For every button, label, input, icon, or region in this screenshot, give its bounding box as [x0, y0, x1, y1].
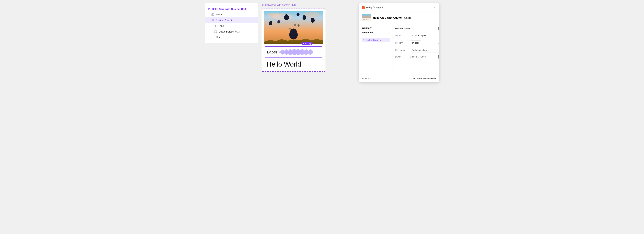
share-label: Share with developer	[416, 77, 437, 80]
canvas-frame: Label 216 × Hug Hello World	[262, 8, 325, 72]
wave-bar	[301, 50, 302, 55]
wave-bar	[311, 50, 312, 54]
relay-app-name: Relay for Figma	[366, 6, 383, 9]
property-field-row: Property children	[395, 40, 440, 45]
param-name-header: customGraphic	[395, 27, 411, 30]
description-input[interactable]	[410, 48, 440, 52]
wave-bar	[305, 50, 306, 55]
wave-bar	[295, 50, 296, 55]
property-select-wrapper: children	[410, 40, 440, 45]
layer-title[interactable]: T Title	[204, 34, 258, 40]
layers-panel: ❖ Hello Card with Custom Child Image	[204, 3, 258, 43]
image-still-icon	[214, 30, 217, 33]
canvas-panel: ❖ Hello Card with Custom Child	[262, 3, 356, 72]
canvas-image	[264, 11, 323, 44]
handle-bl	[264, 57, 265, 58]
wave-bar	[309, 50, 310, 54]
layer-custom-graphic-still-label: Custom Graphic Still	[219, 30, 240, 33]
description-field-row: Description	[395, 48, 440, 52]
layer-root[interactable]: ❖ Hello Card with Custom Child	[204, 6, 258, 12]
layer-image[interactable]: Image	[204, 12, 258, 18]
wave-bar	[285, 50, 286, 54]
sky-background	[264, 11, 323, 44]
wave-bar	[312, 51, 313, 54]
close-button[interactable]: ×	[433, 5, 437, 10]
component-name: Hello Card with Custom Child	[373, 16, 433, 19]
handle-tl	[264, 46, 265, 48]
relay-logo-icon	[362, 6, 365, 9]
svg-rect-5	[213, 20, 214, 21]
add-parameter-button[interactable]: +	[388, 32, 390, 35]
wave-bar	[303, 50, 304, 54]
svg-point-8	[215, 31, 215, 32]
layer-title-label: Title	[216, 36, 220, 39]
layer-target-button[interactable]	[438, 55, 440, 59]
param-item-label: customGraphic	[366, 39, 380, 41]
wave-bar	[279, 52, 280, 53]
property-select[interactable]: children	[410, 40, 421, 45]
param-item-custom-graphic[interactable]: ↳ customGraphic	[362, 38, 390, 42]
relay-body: Summary Parameters + ↳ customGraphic cus…	[359, 24, 440, 74]
wave-bar	[281, 50, 282, 54]
wave-bar	[293, 49, 294, 55]
share-icon	[412, 77, 415, 80]
share-button[interactable]: Share with developer	[412, 77, 437, 80]
delete-parameter-button[interactable]	[438, 27, 440, 30]
wave-bar	[304, 50, 305, 54]
canvas-frame-title: ❖ Hello Card with Custom Child	[262, 3, 296, 6]
wave-bar	[302, 49, 303, 55]
wave-bar	[287, 50, 288, 54]
handle-br	[322, 57, 323, 58]
canvas-title-text: Hello Card with Custom Child	[265, 4, 296, 6]
wave-bar	[280, 51, 280, 53]
relay-left-column: Summary Parameters + ↳ customGraphic	[359, 24, 392, 74]
wave-bar	[283, 50, 284, 54]
name-field-row: Name	[395, 33, 440, 38]
label-text: Label	[267, 50, 277, 54]
name-input[interactable]	[410, 33, 440, 38]
svg-rect-0	[212, 14, 214, 16]
image-icon	[211, 13, 214, 16]
layer-label-label: Label	[219, 25, 224, 27]
layer-root-label: Hello Card with Custom Child	[212, 8, 247, 10]
wave-bar	[310, 50, 311, 55]
svg-rect-7	[214, 31, 217, 33]
svg-point-15	[414, 77, 415, 78]
svg-line-18	[414, 78, 414, 78]
layer-custom-graphic[interactable]: Custom Graphic	[204, 18, 258, 23]
parameters-label: Parameters	[362, 31, 374, 34]
wave-bar	[289, 50, 290, 55]
more-button[interactable]: ⋮	[433, 16, 437, 20]
component-header: Hello World Hello Card with Custom Child…	[359, 12, 440, 24]
svg-line-19	[414, 78, 414, 78]
no-errors-text: No errors	[362, 77, 371, 80]
layer-label: Layer	[395, 56, 408, 58]
relay-title: Relay for Figma	[362, 6, 383, 9]
layer-custom-graphic-still[interactable]: Custom Graphic Still	[204, 29, 258, 34]
component-info: Hello Card with Custom Child	[373, 16, 433, 19]
waveform	[279, 49, 320, 56]
summary-label: Summary	[362, 27, 390, 29]
wave-bar	[298, 49, 299, 55]
size-badge: 216 × Hug	[301, 42, 312, 45]
relay-right-column: customGraphic Name Property ch	[392, 24, 440, 74]
description-label: Description	[395, 49, 408, 51]
layer-label[interactable]: T Label	[204, 23, 258, 29]
t-icon: T	[214, 24, 217, 28]
wave-bar	[284, 50, 284, 54]
wave-bar	[290, 49, 291, 55]
svg-rect-6	[214, 20, 214, 21]
relay-header: Relay for Figma ×	[359, 3, 440, 12]
layer-image-label: Image	[216, 13, 222, 16]
property-label: Property	[395, 42, 408, 44]
wave-bar	[306, 49, 307, 55]
wave-bar	[286, 49, 286, 55]
svg-point-17	[414, 78, 415, 79]
hello-world-text: Hello World	[264, 59, 323, 70]
wave-bar	[297, 49, 298, 55]
t-title-icon: T	[211, 36, 214, 39]
parameters-header: Parameters +	[362, 31, 390, 36]
relay-footer: No errors Share with developer	[359, 74, 440, 82]
handle-tr	[322, 46, 323, 48]
svg-point-16	[413, 78, 414, 78]
